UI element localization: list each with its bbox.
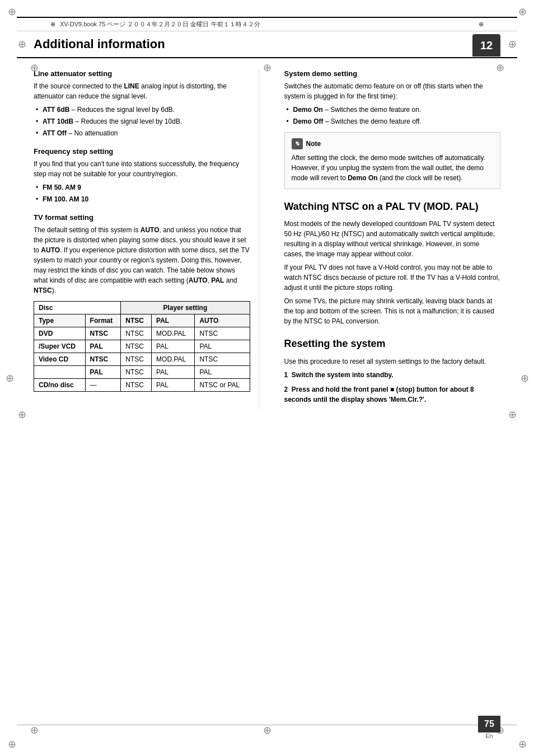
reg-mark-br [516, 738, 528, 750]
fm50-item: FM 50. AM 9 [34, 182, 250, 192]
table-row: CD/no disc — NTSC PAL NTSC or PAL [34, 379, 250, 392]
auto-val: NTSC [195, 353, 250, 366]
table-row: PAL NTSC PAL PAL [34, 366, 250, 379]
left-column: Line attenuator setting If the source co… [34, 69, 259, 409]
main-content: Line attenuator setting If the source co… [17, 58, 517, 420]
line-attenuator-list: ATT 6dB – Reduces the signal level by 6d… [34, 105, 250, 138]
top-mark-l [28, 62, 40, 74]
tv-format-intro: The default setting of this system is AU… [34, 225, 250, 295]
pal-val: PAL [152, 340, 195, 353]
ntsc-val: NTSC [121, 366, 152, 379]
watching-ntsc-p2: If your PAL TV does not have a V-Hold co… [284, 262, 501, 293]
chapter-number: 12 [472, 34, 500, 57]
att-off-item: ATT Off – No attenuation [34, 128, 250, 138]
note-label: Note [306, 140, 321, 148]
format-header: Format [85, 314, 121, 327]
fm100-item: FM 100. AM 10 [34, 194, 250, 204]
note-text: After setting the clock, the demo mode s… [292, 153, 494, 183]
ntsc-val: NTSC [121, 340, 152, 353]
step-1: 1 Switch the system into standby. [284, 370, 501, 380]
bottom-mark-c [261, 724, 273, 736]
note-icon: ✎ [292, 138, 303, 149]
tv-format-heading: TV format setting [34, 213, 250, 222]
mid-mark-r [506, 408, 518, 421]
page-footer: 75 En [478, 716, 500, 739]
chapter-header: Additional information 12 [17, 31, 517, 58]
demo-off-item: Demo Off – Switches the demo feature off… [284, 116, 501, 126]
file-info-bar: ⊕ XV-DV9.book 75 ページ ２００４年２月２０日 金曜日 午前１１… [17, 17, 517, 31]
disc-format: PAL [85, 366, 121, 379]
system-demo-intro: Switches the automatic demo feature on o… [284, 81, 501, 101]
disc-format: NTSC [85, 353, 121, 366]
right-column: System demo setting Switches the automat… [276, 69, 501, 409]
pal-val: MOD.PAL [152, 353, 195, 366]
note-header: ✎ Note [292, 138, 494, 149]
auto-val: NTSC or PAL [195, 379, 250, 392]
disc-type: CD/no disc [34, 379, 86, 392]
disc-format: — [85, 379, 121, 392]
ntsc-val: NTSC [121, 353, 152, 366]
system-demo-list: Demo On – Switches the demo feature on. … [284, 105, 501, 126]
step-2: 2 Press and hold the front panel ■ (stop… [284, 384, 501, 405]
mid-mark-l [16, 408, 28, 421]
note-box: ✎ Note After setting the clock, the demo… [284, 132, 501, 189]
top-mark-c [261, 62, 273, 74]
disc-col-header: Disc [34, 302, 121, 314]
pal-header: PAL [152, 314, 195, 327]
disc-type: /Super VCD [34, 340, 86, 353]
auto-header: AUTO [195, 314, 250, 327]
player-setting-header: Player setting [121, 302, 250, 314]
disc-type: Video CD [34, 353, 86, 366]
pal-val: MOD.PAL [152, 327, 195, 340]
auto-val: PAL [195, 366, 250, 379]
pal-val: PAL [152, 366, 195, 379]
ntsc-val: NTSC [121, 379, 152, 392]
type-header: Type [34, 314, 86, 327]
demo-on-item: Demo On – Switches the demo feature on. [284, 105, 501, 115]
watching-ntsc-p3: On some TVs, the picture may shrink vert… [284, 296, 501, 326]
table-row: Video CD NTSC NTSC MOD.PAL NTSC [34, 353, 250, 366]
line-attenuator-heading: Line attenuator setting [34, 69, 250, 78]
reg-mark-tr [516, 6, 528, 18]
page-number: 75 [478, 716, 500, 732]
crosshair-icon-2: ⊕ [479, 21, 484, 28]
frequency-step-intro: If you find that you can't tune into sta… [34, 159, 250, 179]
watching-ntsc-heading: Watching NTSC on a PAL TV (MOD. PAL) [284, 200, 501, 213]
frequency-step-list: FM 50. AM 9 FM 100. AM 10 [34, 182, 250, 204]
chapter-title: Additional information [34, 37, 500, 51]
top-mark-r [494, 62, 506, 74]
ntsc-val: NTSC [121, 327, 152, 340]
frequency-step-heading: Frequency step setting [34, 147, 250, 156]
page-lang: En [485, 732, 493, 739]
disc-type: DVD [34, 327, 86, 340]
line-attenuator-intro: If the source connected to the LINE anal… [34, 81, 250, 101]
pal-val: PAL [152, 379, 195, 392]
auto-val: PAL [195, 340, 250, 353]
reg-mark-tl [6, 6, 18, 18]
att-6db-item: ATT 6dB – Reduces the signal level by 6d… [34, 105, 250, 115]
disc-format: NTSC [85, 327, 121, 340]
disc-format: PAL [85, 340, 121, 353]
reg-mark-bl [6, 738, 18, 750]
resetting-intro: Use this procedure to reset all system s… [284, 356, 501, 367]
reg-mark-ml [3, 372, 16, 384]
resetting-heading: Resetting the system [284, 337, 501, 350]
auto-val: NTSC [195, 327, 250, 340]
att-10db-item: ATT 10dB – Reduces the signal level by 1… [34, 116, 250, 126]
disc-table: Disc Player setting Type Format NTSC PAL… [34, 301, 250, 392]
crosshair-icon: ⊕ [50, 21, 55, 28]
ntsc-header: NTSC [121, 314, 152, 327]
system-demo-heading: System demo setting [284, 69, 501, 78]
table-row: /Super VCD PAL NTSC PAL PAL [34, 340, 250, 353]
file-info-text: XV-DV9.book 75 ページ ２００４年２月２０日 金曜日 午前１１時４… [60, 20, 260, 29]
watching-ntsc-p1: Most models of the newly developed count… [284, 219, 501, 259]
table-row: DVD NTSC NTSC MOD.PAL NTSC [34, 327, 250, 340]
disc-type [34, 366, 86, 379]
bottom-mark-l [28, 724, 40, 736]
reg-mark-mr [518, 372, 531, 384]
